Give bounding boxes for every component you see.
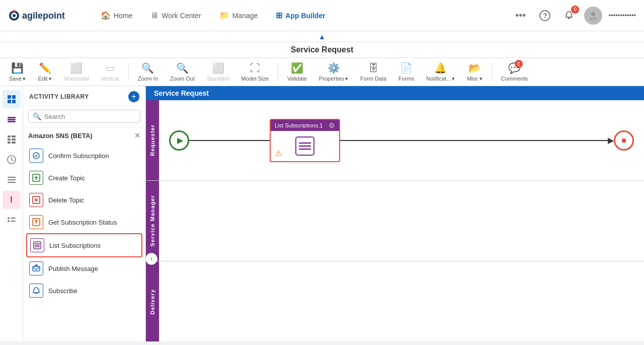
swim-lane-service-manager: Service Manager [146,181,644,261]
lib-item-list-subscriptions[interactable]: List Subscriptions [26,233,142,257]
comments-button[interactable]: 💬 0 Comments [496,60,533,84]
forms-button[interactable]: 📄 Forms [393,60,419,84]
lane-content-requester[interactable]: ▶ List Subscriptions.1 ⚙ [159,100,644,180]
nav-items: 🏠 Home 🖥 Work Center 📁 Manage ⊞ App Buil… [94,7,511,24]
notification-button[interactable]: 0 [560,7,578,25]
confirm-subscription-icon [29,149,43,163]
lane-content-delivery[interactable] [159,261,644,341]
sidebar-icon-grid2[interactable] [3,130,21,149]
lib-item-create-topic[interactable]: Create Topic [26,167,142,189]
zoomin-button[interactable]: 🔍 Zoom In [133,60,163,84]
svg-rect-16 [12,135,16,137]
properties-button[interactable]: ⚙️ Properties ▾ [314,60,353,84]
activity-header: ACTIVITY LIBRARY + [23,86,145,106]
svg-point-3 [13,10,16,12]
notification-badge: 0 [571,6,579,14]
lane-content-service-manager[interactable] [159,181,644,261]
logo[interactable]: agilepoint [8,8,73,24]
modelsize-label: Model Size [242,76,269,82]
misc-icon: 📂 [468,62,481,74]
lib-item-confirm-subscription[interactable]: Confirm Subscription [26,145,142,167]
horizontal-button[interactable]: ⬜ Horizontal [59,60,94,84]
lib-item-get-subscription-status[interactable]: Get Subscription Status [26,211,142,233]
zoomout-icon: 🔍 [176,62,189,74]
activity-panel: ACTIVITY LIBRARY + 🔍 Amazon SNS (BETA) ✕ [23,86,146,341]
nav-workcenter[interactable]: 🖥 Work Center [143,7,208,24]
lib-item-confirm-subscription-label: Confirm Subscription [48,152,109,160]
lib-item-subscribe[interactable]: Subscribe [26,280,142,302]
horizontal-label: Horizontal [64,76,89,82]
notifications-button[interactable]: 🔔 Notificat... ▾ [421,60,460,84]
sidebar-icon-grid[interactable] [3,90,21,108]
save-button[interactable]: 💾 Save ▾ [4,60,31,84]
zoomout-label: Zoom Out [170,76,195,82]
lib-item-delete-topic[interactable]: Delete Topic [26,189,142,211]
collapse-icon: ▲ [318,33,326,41]
forms-label: Forms [398,76,414,82]
lane-label-wrap-requester: Requester [146,100,159,180]
help-icon-button[interactable] [536,7,554,25]
validate-button[interactable]: ✅ Validate [282,60,312,84]
vertical-button[interactable]: ▭ Vertical [96,60,124,84]
activity-node-header: List Subscriptions.1 ⚙ [271,120,339,131]
vertical-label: Vertical [101,76,119,82]
publish-message-icon [29,261,43,275]
nav-appbuilder[interactable]: ⊞ App Builder [269,7,332,24]
toolbar-sep-1 [128,63,129,81]
canvas-header: Service Request [146,86,644,100]
add-activity-button[interactable]: + [128,91,139,102]
create-topic-icon [29,171,43,185]
search-input[interactable] [44,113,136,120]
edit-label: Edit ▾ [38,76,52,82]
validate-label: Validate [287,76,307,82]
user-name: •••••••••••• [608,12,636,19]
nav-home[interactable]: 🏠 Home [94,7,139,24]
library-section-close[interactable]: ✕ [134,131,140,140]
end-node[interactable]: ■ [614,130,634,151]
svg-rect-25 [8,179,16,180]
svg-rect-18 [12,139,16,141]
collapse-panel-button[interactable]: ‹ [145,253,157,265]
zoomout-button[interactable]: 🔍 Zoom Out [165,60,200,84]
modelsize-button[interactable]: ⛶ Model Size [236,60,274,84]
svg-rect-12 [8,117,16,118]
edit-button[interactable]: ✏️ Edit ▾ [33,60,57,84]
svg-line-23 [12,160,14,161]
comments-badge: 0 [515,60,523,68]
nav-workcenter-label: Work Center [162,12,201,20]
standard-icon: ⬜ [212,62,224,74]
sidebar-icon-clock[interactable] [3,151,21,169]
lib-item-publish-message-label: Publish Message [48,265,98,272]
warning-icon: ⚠ [275,149,282,158]
validate-icon: ✅ [291,62,303,74]
avatar[interactable] [584,7,602,25]
formdata-button[interactable]: 🗄 Form Data [355,60,391,84]
sidebar-icon-list[interactable] [3,171,21,189]
lib-item-get-subscription-status-label: Get Subscription Status [48,219,117,226]
standard-button[interactable]: ⬜ Standard [202,60,234,84]
lib-item-publish-message[interactable]: Publish Message [26,257,142,280]
sidebar-icon-strip: I [0,86,23,341]
nav-more-button[interactable]: ••• [511,8,530,23]
canvas-content: Service Request Requester ▶ [146,86,644,341]
sidebar-icon-layers[interactable] [3,110,21,128]
collapse-bar[interactable]: ▲ [0,31,644,42]
nav-right: ••• 0 •••••••••••• [511,7,636,25]
page-title: Service Request [291,45,354,54]
activity-node-title: List Subscriptions.1 [275,122,323,128]
swim-lane-delivery: Delivery [146,261,644,341]
nav-manage-label: Manage [232,12,258,20]
nav-manage[interactable]: 📁 Manage [212,7,265,24]
sidebar-icon-list2[interactable] [3,211,21,229]
horizontal-icon: ⬜ [70,62,83,74]
grid-icon: ⊞ [276,11,282,20]
start-node[interactable]: ▶ [169,130,189,151]
delete-topic-icon [29,193,43,207]
sidebar-icon-i[interactable]: I [3,191,21,209]
gear-icon[interactable]: ⚙ [329,121,335,129]
notifications-icon: 🔔 [434,62,447,74]
misc-button[interactable]: 📂 Misc ▾ [462,60,488,84]
activity-node[interactable]: List Subscriptions.1 ⚙ ⚠ [270,119,340,162]
home-icon: 🏠 [101,11,111,20]
lane-label-requester: Requester [149,124,155,156]
